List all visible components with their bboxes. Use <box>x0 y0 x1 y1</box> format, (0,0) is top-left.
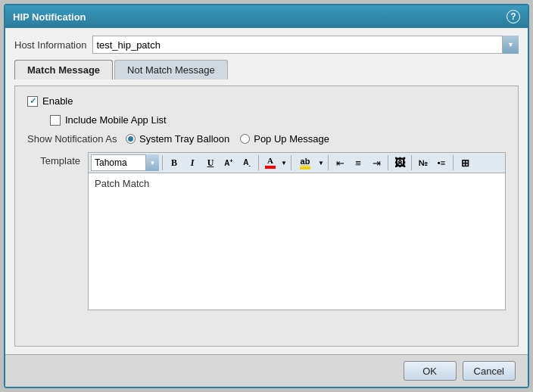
toolbar-divider-7 <box>453 155 454 170</box>
tab-match-message[interactable]: Match Message <box>14 60 113 79</box>
host-select-wrap: test_hip_patch <box>92 36 519 54</box>
enable-checkbox[interactable] <box>27 96 38 107</box>
host-info-select[interactable]: test_hip_patch <box>92 36 519 54</box>
highlight-color-bar <box>300 166 310 170</box>
toolbar-divider-2 <box>258 155 259 170</box>
radio-popup-label: Pop Up Message <box>254 133 329 145</box>
template-label: Template <box>27 152 80 166</box>
toolbar-divider-1 <box>162 155 163 170</box>
font-select-wrap: Tahoma <box>91 154 159 171</box>
font-select[interactable]: Tahoma <box>91 154 159 171</box>
highlight-arrow-button[interactable]: ▼ <box>317 154 325 171</box>
font-color-arrow-button[interactable]: ▼ <box>280 154 288 171</box>
match-message-panel: Enable Include Mobile App List Show Noti… <box>14 86 519 347</box>
insert-special-button[interactable]: ⊞ <box>457 154 473 171</box>
font-color-bar <box>265 166 276 169</box>
show-notification-row: Show Notification As System Tray Balloon… <box>27 133 506 145</box>
unordered-list-button[interactable]: •≡ <box>433 154 450 171</box>
host-info-row: Host Information test_hip_patch <box>14 36 519 54</box>
font-color-button[interactable]: A <box>262 154 279 171</box>
radio-popup-circle <box>240 134 250 144</box>
ok-button[interactable]: OK <box>404 361 457 381</box>
align-right-button[interactable]: ⇥ <box>368 154 385 171</box>
include-mobile-label: Include Mobile App List <box>65 114 167 126</box>
enable-label: Enable <box>42 95 73 107</box>
radio-system-tray-circle <box>126 134 136 144</box>
align-center-button[interactable]: ≡ <box>350 154 366 171</box>
radio-system-tray[interactable]: System Tray Balloon <box>126 133 229 145</box>
cancel-button[interactable]: Cancel <box>463 361 516 381</box>
subscript-button[interactable]: A- <box>238 154 255 171</box>
dialog-title: HIP Notification <box>13 11 86 23</box>
insert-image-button[interactable]: 🖼 <box>391 154 408 171</box>
title-bar: HIP Notification ? <box>5 5 528 28</box>
show-notification-label: Show Notification As <box>27 133 118 145</box>
editor-toolbar: Tahoma B I <box>89 153 505 173</box>
radio-system-tray-label: System Tray Balloon <box>139 133 229 145</box>
toolbar-divider-5 <box>388 155 388 170</box>
editor-content-area[interactable]: Patch Match <box>89 173 505 310</box>
hip-notification-dialog: HIP Notification ? Host Information test… <box>4 4 529 388</box>
dialog-content: Host Information test_hip_patch Match Me… <box>5 28 528 354</box>
include-mobile-row: Include Mobile App List <box>27 114 506 126</box>
template-row: Template Tahoma <box>27 152 506 310</box>
superscript-button[interactable]: A+ <box>220 154 237 171</box>
ordered-list-button[interactable]: № <box>415 154 432 171</box>
notification-type-radio-group: System Tray Balloon Pop Up Message <box>126 133 329 145</box>
enable-row: Enable <box>27 95 506 107</box>
align-left-button[interactable]: ⇤ <box>332 154 348 171</box>
tab-not-match-message[interactable]: Not Match Message <box>114 60 228 79</box>
radio-popup-message[interactable]: Pop Up Message <box>240 133 329 145</box>
underline-button[interactable]: U <box>202 154 219 171</box>
bold-button[interactable]: B <box>166 154 182 171</box>
dialog-footer: OK Cancel <box>5 354 528 387</box>
editor-text: Patch Match <box>95 178 149 189</box>
host-info-label: Host Information <box>14 39 86 51</box>
include-mobile-checkbox[interactable] <box>50 115 61 126</box>
toolbar-divider-3 <box>291 155 291 170</box>
italic-button[interactable]: I <box>184 154 201 171</box>
toolbar-divider-6 <box>411 155 412 170</box>
template-editor: Tahoma B I <box>88 152 506 310</box>
help-button[interactable]: ? <box>507 10 520 23</box>
tabs-row: Match Message Not Match Message <box>14 60 519 79</box>
toolbar-divider-4 <box>328 155 329 170</box>
highlight-button[interactable]: ab <box>295 154 316 171</box>
